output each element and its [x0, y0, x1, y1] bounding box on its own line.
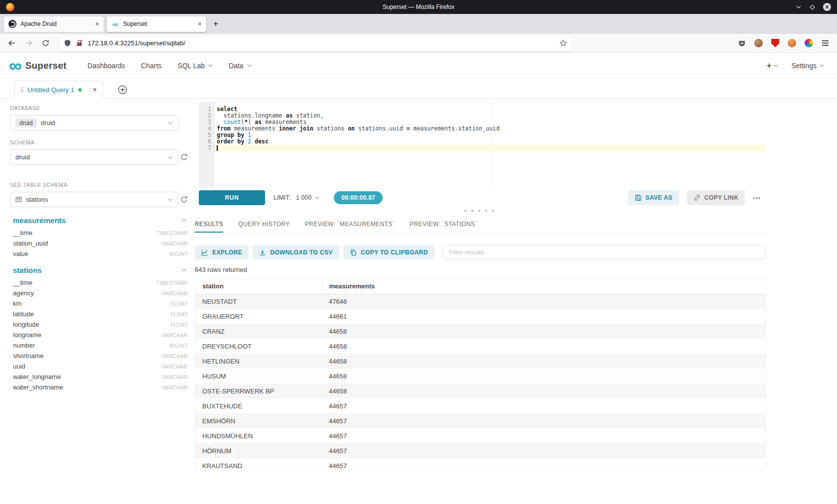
- schema-column-row: uuidVARCHAR: [10, 361, 188, 372]
- copy-clipboard-button[interactable]: COPY TO CLIPBOARD: [343, 245, 434, 259]
- table-select[interactable]: stations: [10, 192, 178, 207]
- bookmark-star-icon[interactable]: [559, 39, 567, 47]
- column-type: VARCHAR: [161, 384, 188, 390]
- ublock-icon[interactable]: [771, 39, 779, 47]
- pane-resize-handle[interactable]: ● ● ● ● ●: [194, 205, 766, 216]
- extension-icon-2[interactable]: [788, 39, 796, 47]
- nav-item-charts[interactable]: Charts: [133, 53, 169, 78]
- nav-item-sql-lab[interactable]: SQL Lab: [169, 53, 221, 78]
- tab-close-icon[interactable]: ×: [198, 20, 202, 27]
- new-tab-button[interactable]: +: [209, 17, 222, 30]
- schema-table-name: stations: [13, 266, 42, 274]
- code-area[interactable]: select stations.longname as station, cou…: [215, 102, 766, 188]
- tab-results[interactable]: RESULTS: [195, 216, 223, 232]
- caret-down-icon: [315, 197, 319, 199]
- explore-button[interactable]: EXPLORE: [195, 245, 249, 259]
- column-header-station[interactable]: station: [195, 279, 322, 294]
- superset-navbar: ∞ Superset Dashboards Charts SQL Lab Dat…: [0, 53, 837, 79]
- url-text[interactable]: 172.18.0.4:32251/superset/sqllab/: [88, 39, 555, 47]
- column-name: __time: [13, 229, 32, 237]
- copy-link-button[interactable]: COPY LINK: [687, 190, 745, 205]
- table-cell: 44657: [322, 443, 765, 458]
- window-minimize-icon[interactable]: [796, 4, 802, 10]
- tab-preview-stations[interactable]: PREVIEW: `STATIONS`: [410, 216, 477, 232]
- chevron-down-icon[interactable]: [168, 156, 173, 159]
- back-icon[interactable]: [5, 37, 18, 50]
- forward-icon[interactable]: [22, 37, 35, 50]
- code-line[interactable]: order by 2 desc: [215, 138, 766, 145]
- sql-editor[interactable]: 1234567 select stations.longname as stat…: [199, 102, 766, 188]
- caret-down-icon: [820, 64, 824, 67]
- save-as-button[interactable]: SAVE AS: [628, 190, 679, 205]
- schema-column-row: shortnameVARCHAR: [10, 351, 188, 361]
- extension-icon-1[interactable]: [754, 39, 763, 47]
- browser-titlebar: Superset — Mozilla Firefox: [0, 0, 837, 14]
- column-header-measurements[interactable]: measurements: [322, 279, 765, 294]
- database-select[interactable]: druid druid: [10, 115, 178, 130]
- connection-status-dot: [78, 88, 82, 92]
- table-cell: 44658: [322, 369, 765, 383]
- results-tab-bar: RESULTS QUERY HISTORY PREVIEW: `MEASUREM…: [195, 216, 766, 233]
- pocket-icon[interactable]: [738, 39, 746, 47]
- table-cell: HUSUM: [195, 369, 322, 383]
- schema-table-toggle[interactable]: stations: [13, 266, 188, 274]
- tab-preview-measurements[interactable]: PREVIEW: `MEASUREMENTS`: [305, 216, 395, 232]
- menu-icon[interactable]: [822, 40, 829, 46]
- nav-item-dashboards[interactable]: Dashboards: [80, 53, 134, 78]
- firefox-logo-icon: [6, 3, 14, 11]
- chevron-up-icon[interactable]: [181, 268, 188, 272]
- results-table-body: NEUSTADT47646GRAUERORT44661CRANZ44658DRE…: [195, 294, 765, 470]
- query-timer-badge: 00:00:00.87: [334, 191, 383, 204]
- tab-query-history[interactable]: QUERY HISTORY: [238, 216, 290, 232]
- table-row: NEUSTADT47646: [195, 294, 765, 309]
- download-csv-button[interactable]: DOWNLOAD TO CSV: [253, 245, 339, 259]
- table-row: HÖRNUM44657: [195, 443, 765, 458]
- insecure-lock-icon[interactable]: [76, 39, 83, 47]
- chevron-down-icon[interactable]: [168, 198, 173, 201]
- close-query-tab-icon[interactable]: ×: [93, 86, 97, 94]
- code-line[interactable]: [215, 145, 766, 151]
- code-line[interactable]: from measurements inner join stations on…: [215, 126, 766, 132]
- nav-item-label: Data: [229, 62, 244, 70]
- reload-icon[interactable]: [39, 37, 52, 50]
- clipboard-icon: [350, 249, 357, 256]
- refresh-schemas-icon[interactable]: [180, 153, 188, 161]
- query-tab-active[interactable]: Untitled Query 1 ×: [14, 81, 103, 99]
- query-tab-bar: Untitled Query 1 ×: [0, 79, 837, 99]
- schema-table-toggle[interactable]: measurements: [13, 216, 188, 225]
- new-item-menu[interactable]: +: [767, 61, 778, 70]
- column-name: km: [13, 300, 21, 307]
- table-cell: DREYSCHLOOT: [195, 339, 322, 354]
- filter-results-input[interactable]: [442, 245, 766, 259]
- nav-item-data[interactable]: Data: [221, 53, 260, 78]
- chevron-up-icon[interactable]: [181, 219, 188, 222]
- table-cell: HÖRNUM: [195, 443, 322, 458]
- schema-select[interactable]: druid: [10, 149, 178, 165]
- extension-pinwheel-icon[interactable]: [805, 39, 813, 47]
- column-name: value: [13, 250, 28, 257]
- tracking-shield-icon[interactable]: [64, 39, 71, 47]
- results-table: station measurements NEUSTADT47646GRAUER…: [195, 279, 765, 470]
- add-query-tab-button[interactable]: [118, 85, 127, 94]
- chevron-down-icon[interactable]: [168, 122, 173, 125]
- schema-column-row: latitudeFLOAT: [10, 309, 188, 319]
- refresh-tables-icon[interactable]: [180, 196, 188, 203]
- code-line[interactable]: group by 1: [215, 132, 766, 138]
- settings-menu[interactable]: Settings: [791, 62, 824, 70]
- superset-brand[interactable]: ∞ Superset: [9, 59, 67, 72]
- url-field[interactable]: 172.18.0.4:32251/superset/sqllab/: [59, 36, 572, 51]
- nav-item-label: Charts: [141, 62, 161, 70]
- window-maximize-icon[interactable]: [809, 4, 816, 10]
- limit-select[interactable]: 1 000: [293, 192, 322, 203]
- table-cell: CRANZ: [195, 324, 322, 339]
- table-cell: GRAUERORT: [195, 309, 322, 324]
- nav-item-label: Dashboards: [88, 62, 126, 70]
- browser-tabstrip: Apache Druid × ∞ Superset × +: [0, 14, 837, 34]
- more-options-button[interactable]: ...: [753, 192, 766, 204]
- tab-close-icon[interactable]: ×: [95, 20, 99, 27]
- browser-tab-apache-druid[interactable]: Apache Druid ×: [4, 16, 104, 32]
- window-close-icon[interactable]: [823, 3, 831, 11]
- run-button[interactable]: RUN: [199, 190, 265, 205]
- database-value: druid: [41, 119, 55, 126]
- browser-tab-superset[interactable]: ∞ Superset ×: [107, 16, 206, 32]
